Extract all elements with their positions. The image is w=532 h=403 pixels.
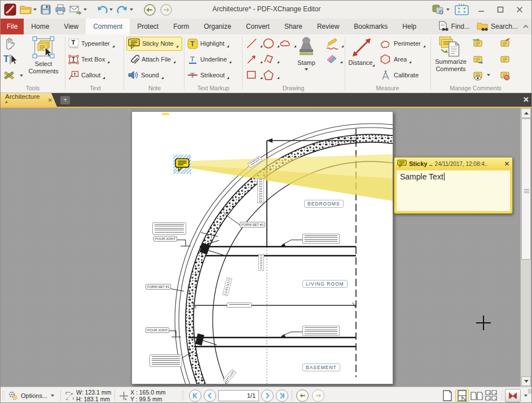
redo-button[interactable]: [115, 3, 134, 16]
area-button[interactable]: Area: [380, 52, 411, 67]
draw-polyline-button[interactable]: [262, 52, 279, 67]
stamp-button[interactable]: Stamp: [292, 36, 320, 84]
draw-polygon-button[interactable]: [262, 68, 279, 82]
distance-button[interactable]: Distance: [346, 36, 377, 84]
layout-single-page-button[interactable]: [441, 389, 454, 402]
sticky-popup-header[interactable]: Sticky .. 24/11/2017, 12:08:4.. ✕: [394, 157, 512, 170]
document-canvas[interactable]: BEDROOMS LIVING ROOM BASEMENT FORM SET #…: [1, 108, 532, 387]
new-tab-button[interactable]: +: [60, 96, 70, 104]
tab-view[interactable]: View: [56, 19, 86, 34]
statusbar-options-button[interactable]: Options...: [7, 390, 54, 401]
tab-organize[interactable]: Organize: [196, 19, 239, 34]
show-comments-button[interactable]: [472, 68, 490, 82]
vertical-scrollbar[interactable]: [520, 108, 531, 387]
close-button[interactable]: [511, 3, 528, 16]
open-file-button[interactable]: [19, 3, 38, 16]
statusbar-collapse-icon[interactable]: [527, 388, 532, 394]
typewriter-button[interactable]: TTypewriter: [68, 36, 115, 51]
annotation-dim-label: [258, 254, 264, 271]
scrollbar-thumb[interactable]: [521, 119, 531, 260]
sticky-popup-close-icon[interactable]: ✕: [504, 160, 509, 168]
next-comment-button[interactable]: [499, 52, 511, 67]
attach-file-button[interactable]: Attach File: [129, 52, 175, 67]
tab-comment[interactable]: Comment: [86, 19, 130, 34]
find-button[interactable]: Find...: [436, 20, 472, 33]
save-button[interactable]: [39, 3, 52, 16]
summarize-comments-button[interactable]: Summarize Comments: [433, 36, 469, 84]
ui-customize-button[interactable]: [430, 2, 451, 17]
tab-bar-close-button[interactable]: ✕: [523, 95, 529, 104]
tab-form[interactable]: Form: [166, 19, 196, 34]
next-page-button[interactable]: [261, 389, 274, 402]
hand-tool-button[interactable]: [3, 36, 16, 51]
sound-caret-icon: [161, 77, 164, 79]
layout-two-pages-continuous-button[interactable]: [485, 389, 498, 402]
pencil-tool-button[interactable]: [324, 36, 344, 51]
next-view-button[interactable]: [159, 2, 174, 17]
draw-ellipse-button[interactable]: [262, 36, 279, 51]
sticky-note-annotation[interactable]: [173, 155, 191, 174]
edit-comment-button[interactable]: [499, 36, 511, 51]
annotation-text-block: [150, 354, 182, 367]
select-comments-button[interactable]: Select Comments: [23, 36, 64, 84]
callout-caret-icon: [103, 77, 105, 79]
scroll-up-button[interactable]: [521, 108, 531, 118]
sticky-popup-text: Sample Text: [400, 172, 443, 181]
strikeout-button[interactable]: TStrikeout: [187, 68, 229, 82]
undo-button[interactable]: [95, 3, 114, 16]
callout-button[interactable]: T.Callout: [68, 68, 105, 82]
more-tools-button[interactable]: [3, 68, 23, 83]
maximize-button[interactable]: [492, 3, 509, 16]
document-tab-label: Architecture *: [5, 93, 43, 107]
text-box-button[interactable]: TText Box: [68, 52, 109, 67]
tab-bookmarks[interactable]: Bookmarks: [346, 19, 395, 34]
tab-protect[interactable]: Protect: [130, 19, 166, 34]
highlight-button[interactable]: THighlight: [187, 36, 229, 51]
previous-view-button[interactable]: [142, 2, 157, 17]
area-label: Area: [394, 56, 407, 63]
last-page-button[interactable]: [276, 389, 288, 402]
email-button[interactable]: [68, 3, 88, 16]
tab-home[interactable]: Home: [24, 19, 56, 34]
tab-convert[interactable]: Convert: [239, 19, 277, 34]
tab-review[interactable]: Review: [310, 19, 346, 34]
page-number-input[interactable]: [218, 390, 259, 401]
previous-page-button[interactable]: [204, 389, 216, 402]
search-button[interactable]: Search...: [474, 20, 520, 33]
eraser-tool-button[interactable]: [324, 52, 342, 67]
document-tab-close-icon[interactable]: ✕: [48, 97, 52, 103]
collapse-ribbon-button[interactable]: [522, 24, 529, 29]
document-tab-architecture[interactable]: Architecture * ✕: [1, 93, 57, 107]
sticky-popup-text-area[interactable]: Sample Text: [396, 170, 511, 212]
draw-line-button[interactable]: [245, 36, 262, 51]
tab-share[interactable]: Share: [277, 19, 310, 34]
tab-file[interactable]: File: [1, 19, 24, 34]
pencil-caret-icon: [341, 45, 344, 47]
sound-button[interactable]: Sound: [128, 68, 164, 82]
select-text-button[interactable]: T: [3, 52, 17, 67]
calibrate-button[interactable]: Calibrate: [380, 68, 419, 82]
perimeter-button[interactable]: Perimeter: [380, 36, 425, 51]
print-button[interactable]: [54, 3, 67, 16]
import-comments-button[interactable]: [472, 36, 483, 51]
first-page-button[interactable]: [189, 389, 201, 402]
underline-button[interactable]: TUnderline: [187, 52, 231, 67]
fullscreen-button[interactable]: [453, 2, 471, 17]
draw-arrow-button[interactable]: [245, 52, 262, 67]
comment-styles-button[interactable]: [499, 68, 511, 82]
tab-help[interactable]: Help: [395, 19, 424, 34]
layout-continuous-button[interactable]: [455, 389, 469, 402]
sticky-note-popup[interactable]: Sticky .. 24/11/2017, 12:08:4.. ✕ Sample…: [394, 157, 513, 214]
layout-two-pages-button[interactable]: [470, 389, 483, 402]
open-in-acrobat-button[interactable]: [505, 389, 521, 402]
previous-view-button-status[interactable]: [296, 389, 309, 402]
draw-rectangle-button[interactable]: [245, 68, 262, 82]
pdf-page[interactable]: BEDROOMS LIVING ROOM BASEMENT FORM SET #…: [131, 111, 393, 384]
minimize-button[interactable]: [473, 3, 490, 16]
summarize-comments-icon: [439, 36, 463, 58]
next-view-button-status[interactable]: [312, 389, 324, 402]
app-logo-icon[interactable]: [3, 2, 17, 17]
sticky-note-button[interactable]: Sticky Note: [128, 36, 178, 51]
export-comments-button[interactable]: [472, 52, 483, 67]
scroll-down-button[interactable]: [521, 376, 531, 386]
